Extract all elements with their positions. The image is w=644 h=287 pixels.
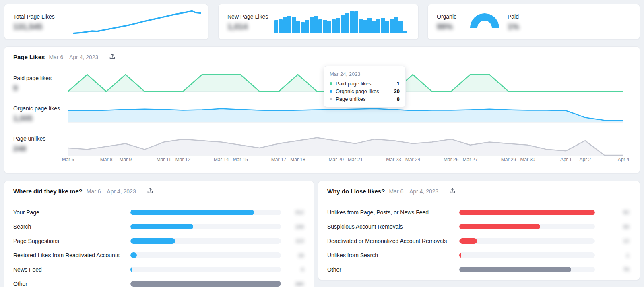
hbar-track[interactable]: [130, 238, 281, 244]
hbar-fill: [130, 267, 132, 272]
mini-bar: [279, 19, 283, 33]
hbar-fill: [130, 210, 254, 215]
unlikes-series-dot: [330, 98, 332, 100]
hbar-row-value: 1: [613, 252, 629, 258]
hbar-row-value: 12: [613, 238, 629, 244]
export-icon: [147, 187, 153, 195]
hbar-row-label: Deactivated or Memorialized Account Remo…: [327, 238, 447, 244]
mini-bar: [318, 19, 322, 33]
hbar-row: Deactivated or Memorialized Account Remo…: [318, 234, 640, 248]
hbar-row-label: Search: [13, 223, 31, 230]
organic-value: 99%: [437, 22, 456, 31]
hbar-track[interactable]: [130, 252, 281, 258]
mini-bar: [394, 17, 398, 33]
page-likes-title: Page Likes: [13, 54, 45, 60]
paid-label: Paid: [508, 13, 519, 20]
paid-value: 1%: [508, 22, 519, 31]
chart-tooltip: Mar 24, 2023 Paid page likes 1 Organic p…: [324, 66, 406, 107]
x-axis: Mar 6Mar 8Mar 9Mar 11Mar 12Mar 14Mar 15M…: [68, 157, 623, 163]
mini-bar: [367, 18, 372, 33]
hbar-row-value: 159: [288, 224, 304, 230]
export-button[interactable]: [108, 52, 116, 62]
total-likes-value: 131,545: [13, 22, 55, 31]
hbar-row-label: Your Page: [13, 209, 39, 216]
export-button[interactable]: [448, 187, 456, 196]
page-likes-card: Page Likes Mar 6 – Apr 4, 2023 Paid page…: [4, 46, 640, 173]
hbar-track[interactable]: [130, 224, 281, 229]
legend-organic-label: Organic page likes: [13, 105, 70, 112]
x-axis-tick: Mar 20: [329, 157, 344, 162]
x-axis-tick: Mar 18: [290, 157, 305, 162]
hbar-row-value: 76: [613, 266, 629, 272]
x-axis-tick: Mar 12: [175, 157, 190, 162]
hbar-track[interactable]: [459, 267, 595, 272]
hbar-track[interactable]: [130, 210, 281, 215]
mini-bar: [359, 19, 363, 33]
mini-bar: [381, 18, 385, 33]
hbar-row-value: 113: [288, 238, 304, 244]
page-likes-date-range: Mar 6 – Apr 4, 2023: [49, 54, 98, 60]
legend-organic-value: 1,005: [13, 114, 70, 123]
hbar-track[interactable]: [130, 267, 281, 272]
tooltip-date: Mar 24, 2023: [330, 71, 400, 77]
x-axis-tick: Mar 15: [233, 157, 248, 162]
legend-unlikes-value: 248: [13, 144, 70, 153]
where-liked-date-range: Mar 6 – Apr 4, 2023: [87, 188, 136, 195]
x-axis-tick: Mar 6: [62, 157, 74, 162]
hbar-track[interactable]: [459, 210, 595, 215]
legend-paid-value: 9: [13, 84, 70, 93]
hbar-row: Unlikes from Page, Posts, or News Feed92: [318, 205, 640, 220]
x-axis-tick: Apr 1: [560, 157, 572, 162]
x-axis-tick: Mar 9: [119, 157, 132, 162]
hbar-row-label: Page Suggestions: [13, 238, 59, 244]
mini-bar: [314, 16, 318, 33]
hbar-fill: [459, 238, 477, 244]
mini-bar: [376, 19, 380, 33]
hbar-row: Restored Likes from Reactivated Accounts…: [4, 248, 314, 263]
hbar-track[interactable]: [459, 224, 595, 229]
x-axis-tick: Mar 29: [501, 157, 516, 162]
x-axis-tick: Mar 14: [214, 157, 229, 162]
tooltip-paid-label: Paid page likes: [336, 81, 397, 87]
hbar-row-label: Suspicious Account Removals: [327, 223, 403, 230]
mini-bar: [345, 13, 349, 33]
new-page-likes-card: New Page Likes 1,014: [218, 4, 419, 40]
header-divider: [142, 188, 142, 195]
mini-bar: [385, 21, 389, 33]
mini-bar: [296, 21, 300, 33]
mini-bar: [354, 11, 358, 33]
where-liked-rows: Your Page312Search159Page Suggestions113…: [4, 201, 314, 287]
hbar-fill: [130, 224, 193, 229]
lose-likes-card: Why do I lose likes? Mar 6 – Apr 4, 2023…: [318, 181, 640, 280]
mini-bar: [336, 18, 340, 33]
x-axis-tick: Mar 26: [444, 157, 458, 162]
total-likes-label: Total Page Likes: [13, 13, 55, 20]
hbar-fill: [130, 238, 175, 244]
hbar-track[interactable]: [130, 281, 281, 287]
hbar-row: Other76: [318, 262, 640, 277]
hbar-fill: [459, 210, 595, 215]
organic-paid-gauge: [469, 12, 500, 29]
x-axis-tick: Mar 24: [405, 157, 420, 162]
mini-bar: [341, 15, 345, 33]
hbar-row: Search159: [4, 220, 314, 234]
export-icon: [449, 187, 456, 195]
mini-bar: [350, 11, 354, 33]
hbar-row-value: 55: [613, 224, 629, 230]
mini-bar: [390, 19, 394, 33]
mini-bar: [372, 21, 376, 33]
x-axis-tick: Mar 27: [463, 157, 478, 162]
mini-bar: [287, 16, 291, 33]
lose-likes-rows: Unlikes from Page, Posts, or News Feed92…: [318, 201, 640, 277]
hbar-fill: [459, 224, 540, 229]
where-liked-card: Where did they like me? Mar 6 – Apr 4, 2…: [4, 181, 314, 287]
x-axis-tick: Mar 21: [348, 157, 363, 162]
mini-bar: [301, 22, 305, 33]
organic-series-dot: [330, 90, 332, 93]
legend-unlikes-label: Page unlikes: [13, 135, 70, 142]
tooltip-organic-label: Organic page likes: [336, 88, 394, 94]
hbar-track[interactable]: [459, 252, 595, 258]
export-button[interactable]: [146, 187, 154, 196]
hbar-track[interactable]: [459, 238, 595, 244]
hbar-row: Suspicious Account Removals55: [318, 220, 640, 234]
